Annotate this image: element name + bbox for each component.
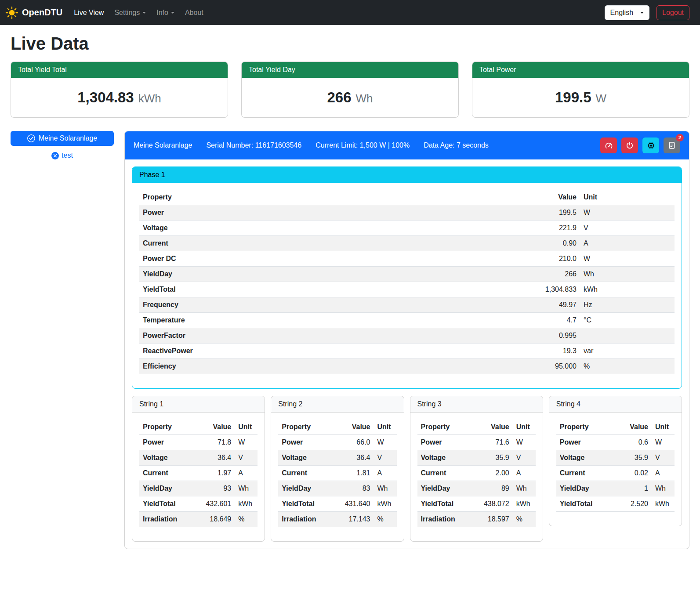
phase-table: Property Value Unit Power199.5WVoltage22… [139, 190, 675, 374]
string-3-table: Property Value Unit Power71.6WVoltage35.… [417, 420, 536, 527]
value-header: Value [339, 420, 374, 435]
property-cell: Power [556, 435, 617, 450]
property-cell: Efficiency [139, 359, 527, 374]
unit-cell: V [235, 450, 258, 466]
sidebar-item-label: Meine Solaranlage [39, 134, 97, 142]
value-cell: 66.0 [339, 435, 374, 450]
event-log-button[interactable]: 2 [664, 137, 680, 153]
nav-settings[interactable]: Settings [109, 5, 151, 20]
value-cell: 19.3 [527, 344, 580, 359]
caret-down-icon [640, 12, 644, 14]
property-header: Property [556, 420, 617, 435]
property-cell: Power [139, 435, 199, 450]
card-title: Total Yield Total [11, 62, 228, 78]
inverter-limit: Current Limit: 1,500 W | 100% [316, 141, 410, 149]
radio-info-button[interactable] [642, 137, 659, 153]
brand[interactable]: OpenDTU [5, 6, 62, 19]
language-value: English [610, 9, 633, 17]
property-header: Property [139, 190, 527, 205]
unit-cell: kWh [580, 282, 675, 297]
unit-cell: V [652, 450, 675, 466]
property-cell: Power DC [139, 251, 527, 267]
unit-cell: kWh [374, 496, 397, 512]
property-cell: Voltage [278, 450, 338, 466]
phase-title: Phase 1 [132, 167, 682, 183]
language-select[interactable]: English [605, 5, 649, 20]
table-row: Efficiency95.000% [139, 359, 675, 374]
string-4-table: Property Value Unit Power0.6WVoltage35.9… [556, 420, 675, 512]
value-cell: 17.143 [339, 512, 374, 527]
table-row: Frequency49.97Hz [139, 297, 675, 313]
table-row: ReactivePower19.3var [139, 344, 675, 359]
unit-cell: V [374, 450, 397, 466]
nav-info[interactable]: Info [151, 5, 180, 20]
property-cell: Irradiation [278, 512, 338, 527]
value-cell: 0.90 [527, 236, 580, 251]
unit-cell: Wh [513, 481, 536, 496]
table-row: YieldDay266Wh [139, 267, 675, 282]
property-cell: YieldDay [139, 481, 199, 496]
inverter-data-age: Data Age: 7 seconds [424, 141, 489, 149]
value-cell: 83 [339, 481, 374, 496]
table-row: Voltage35.9V [556, 450, 675, 466]
card-value: 266 [327, 89, 351, 106]
string-title: String 1 [132, 396, 265, 412]
nav-about[interactable]: About [180, 5, 209, 20]
nav-info-label: Info [156, 9, 168, 17]
sidebar-item-test[interactable]: test [49, 151, 76, 160]
unit-cell: % [374, 512, 397, 527]
inverter-panel-header: Meine Solaranlage Serial Number: 1161716… [125, 131, 689, 159]
unit-cell: % [513, 512, 536, 527]
table-row: Irradiation18.597% [417, 512, 536, 527]
value-cell: 221.9 [527, 221, 580, 236]
property-cell: YieldTotal [139, 282, 527, 297]
table-header-row: Property Value Unit [556, 420, 675, 435]
value-cell: 4.7 [527, 313, 580, 328]
power-settings-button[interactable] [621, 137, 638, 153]
unit-cell: W [652, 435, 675, 450]
property-cell: Voltage [139, 221, 527, 236]
value-cell: 0.995 [527, 328, 580, 344]
table-header-row: Property Value Unit [139, 420, 258, 435]
value-cell: 95.000 [527, 359, 580, 374]
caret-down-icon [142, 12, 146, 14]
unit-cell: W [580, 205, 675, 221]
nav-live-view[interactable]: Live View [69, 5, 109, 20]
property-cell: Current [139, 466, 199, 481]
string-2-table: Property Value Unit Power66.0WVoltage36.… [278, 420, 396, 527]
property-cell: ReactivePower [139, 344, 527, 359]
table-header-row: Property Value Unit [278, 420, 396, 435]
sidebar-item-meine-solaranlage[interactable]: Meine Solaranlage [11, 131, 114, 146]
unit-cell: Wh [374, 481, 397, 496]
property-cell: YieldTotal [417, 496, 478, 512]
value-cell: 2.520 [617, 496, 652, 512]
card-unit: Wh [356, 92, 373, 105]
nav-links: Live View Settings Info About [69, 5, 209, 20]
property-cell: Frequency [139, 297, 527, 313]
property-cell: YieldTotal [139, 496, 199, 512]
value-cell: 35.9 [617, 450, 652, 466]
property-cell: YieldDay [278, 481, 338, 496]
property-cell: Irradiation [139, 512, 199, 527]
unit-cell: V [513, 450, 536, 466]
value-cell: 266 [527, 267, 580, 282]
string-title: String 4 [549, 396, 682, 412]
logout-button[interactable]: Logout [656, 5, 689, 20]
inverter-name: Meine Solaranlage [134, 141, 192, 149]
unit-cell: V [580, 221, 675, 236]
property-cell: YieldDay [139, 267, 527, 282]
value-header: Value [199, 420, 235, 435]
unit-cell: A [235, 466, 258, 481]
unit-cell: A [652, 466, 675, 481]
table-row: Voltage35.9V [417, 450, 536, 466]
property-cell: Power [417, 435, 478, 450]
string-title: String 2 [271, 396, 403, 412]
property-cell: Current [556, 466, 617, 481]
unit-cell: kWh [513, 496, 536, 512]
value-cell: 432.601 [199, 496, 235, 512]
value-cell: 71.6 [478, 435, 513, 450]
limit-settings-button[interactable] [600, 137, 617, 153]
string-3-panel: String 3 Property Value Unit [410, 396, 543, 542]
unit-cell: W [580, 251, 675, 267]
table-row: YieldTotal2.520kWh [556, 496, 675, 512]
